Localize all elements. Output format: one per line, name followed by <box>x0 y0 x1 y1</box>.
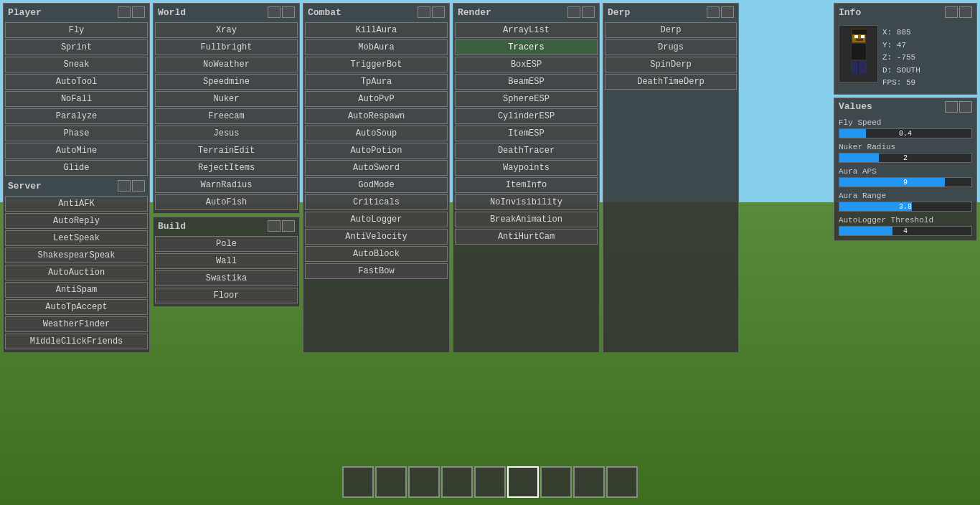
render-sphereesp-btn[interactable]: SphereESP <box>455 91 598 107</box>
player-glide-btn[interactable]: Glide <box>5 160 148 176</box>
combat-autologger-btn[interactable]: AutoLogger <box>305 212 448 227</box>
hotbar-slot-4[interactable] <box>441 466 473 498</box>
server-autotpaccept-btn[interactable]: AutoTpAccept <box>5 299 148 315</box>
combat-autorespawn-btn[interactable]: AutoRespawn <box>305 108 448 124</box>
world-autofish-btn[interactable]: AutoFish <box>155 194 298 210</box>
combat-triggerbot-btn[interactable]: TriggerBot <box>305 57 448 72</box>
combat-fastbow-btn[interactable]: FastBow <box>305 263 448 279</box>
render-deathtracer-btn[interactable]: DeathTracer <box>455 143 598 159</box>
combat-autosoup-btn[interactable]: AutoSoup <box>305 126 448 141</box>
render-cylinderesp-btn[interactable]: CylinderESP <box>455 108 598 124</box>
build-wall-btn[interactable]: Wall <box>155 253 298 269</box>
derp-derp-btn[interactable]: Derp <box>605 22 737 38</box>
combat-tpaura-btn[interactable]: TpAura <box>305 74 448 90</box>
hotbar-slot-6[interactable] <box>507 466 539 498</box>
server-shakespearspeak-btn[interactable]: ShakespearSpeak <box>5 247 148 263</box>
combat-antivelocity-btn[interactable]: AntiVelocity <box>305 229 448 245</box>
server-autoauction-btn[interactable]: AutoAuction <box>5 265 148 280</box>
combat-criticals-btn[interactable]: Criticals <box>305 194 448 210</box>
hotbar-slot-3[interactable] <box>408 466 440 498</box>
render-noinvisibility-btn[interactable]: NoInvisibility <box>455 194 598 210</box>
server-antiafk-btn[interactable]: AntiAFK <box>5 196 148 212</box>
world-warnradius-btn[interactable]: WarnRadius <box>155 177 298 193</box>
server-panel-btn1[interactable] <box>118 180 131 192</box>
server-leetspeak-btn[interactable]: LeetSpeak <box>5 230 148 246</box>
world-xray-btn[interactable]: Xray <box>155 22 298 38</box>
auraaps-slider[interactable]: 9 <box>839 177 972 187</box>
render-tracers-btn[interactable]: Tracers <box>455 39 598 55</box>
player-sneak-btn[interactable]: Sneak <box>5 57 148 72</box>
render-beamesp-btn[interactable]: BeamESP <box>455 74 598 90</box>
build-swastika-btn[interactable]: Swastika <box>155 270 298 286</box>
player-nofall-btn[interactable]: NoFall <box>5 91 148 107</box>
world-fullbright-btn[interactable]: Fullbright <box>155 39 298 55</box>
world-panel-title: World <box>158 7 186 18</box>
combat-mobaura-btn[interactable]: MobAura <box>305 39 448 55</box>
info-panel-btn1[interactable] <box>945 6 958 18</box>
info-panel-btn2[interactable] <box>959 6 972 18</box>
render-itemesp-btn[interactable]: ItemESP <box>455 126 598 141</box>
combat-panel-btn1[interactable] <box>418 6 430 18</box>
hotbar-slot-2[interactable] <box>375 466 407 498</box>
server-antispam-btn[interactable]: AntiSpam <box>5 282 148 298</box>
combat-panel-btn2[interactable] <box>432 6 445 18</box>
combat-autosword-btn[interactable]: AutoSword <box>305 160 448 176</box>
hotbar-slot-9[interactable] <box>606 466 638 498</box>
hotbar-slot-5[interactable] <box>474 466 506 498</box>
render-breakanimation-btn[interactable]: BreakAnimation <box>455 212 598 227</box>
render-iteminfo-btn[interactable]: ItemInfo <box>455 177 598 193</box>
derp-spinderp-btn[interactable]: SpinDerp <box>605 57 737 72</box>
world-jesus-btn[interactable]: Jesus <box>155 126 298 141</box>
player-autotool-btn[interactable]: AutoTool <box>5 74 148 90</box>
build-panel-btn2[interactable] <box>282 220 295 232</box>
world-speedmine-btn[interactable]: Speedmine <box>155 74 298 90</box>
values-panel-btn2[interactable] <box>959 101 972 113</box>
hotbar-slot-8[interactable] <box>573 466 605 498</box>
flyspeed-slider[interactable]: 0.4 <box>839 128 972 138</box>
world-noweather-btn[interactable]: NoWeather <box>155 57 298 72</box>
combat-autopvp-btn[interactable]: AutoPvP <box>305 91 448 107</box>
combat-autopotion-btn[interactable]: AutoPotion <box>305 143 448 159</box>
world-freecam-btn[interactable]: Freecam <box>155 108 298 124</box>
server-middleclickfriends-btn[interactable]: MiddleClickFriends <box>5 334 148 349</box>
values-panel-btn1[interactable] <box>945 101 958 113</box>
world-panel-btn1[interactable] <box>268 6 281 18</box>
values-panel-title: Values <box>839 101 872 112</box>
render-boxesp-btn[interactable]: BoxESP <box>455 57 598 72</box>
server-weatherfinder-btn[interactable]: WeatherFinder <box>5 316 148 332</box>
player-automine-btn[interactable]: AutoMine <box>5 143 148 159</box>
render-panel-btn2[interactable] <box>582 6 595 18</box>
build-pole-btn[interactable]: Pole <box>155 236 298 252</box>
hotbar-slot-7[interactable] <box>540 466 572 498</box>
player-panel-btn2[interactable] <box>132 6 145 18</box>
render-antihurtcam-btn[interactable]: AntiHurtCam <box>455 229 598 245</box>
nukerradius-slider[interactable]: 2 <box>839 153 972 163</box>
server-autoreply-btn[interactable]: AutoReply <box>5 213 148 229</box>
player-phase-btn[interactable]: Phase <box>5 126 148 141</box>
render-waypoints-btn[interactable]: Waypoints <box>455 160 598 176</box>
world-terrainedit-btn[interactable]: TerrainEdit <box>155 143 298 159</box>
render-panel-btn1[interactable] <box>567 6 580 18</box>
derp-drugs-btn[interactable]: Drugs <box>605 39 737 55</box>
build-panel-btn1[interactable] <box>268 220 281 232</box>
combat-autoblock-btn[interactable]: AutoBlock <box>305 246 448 262</box>
player-fly-btn[interactable]: Fly <box>5 22 148 38</box>
hotbar-slot-1[interactable] <box>342 466 374 498</box>
world-nuker-btn[interactable]: Nuker <box>155 91 298 107</box>
derp-panel-btn1[interactable] <box>707 6 720 18</box>
combat-godmode-btn[interactable]: GodMode <box>305 177 448 193</box>
player-sprint-btn[interactable]: Sprint <box>5 39 148 55</box>
derp-panel-btn2[interactable] <box>721 6 734 18</box>
aurarange-slider[interactable]: 3.8 <box>839 202 972 212</box>
world-panel-btn2[interactable] <box>282 6 295 18</box>
autologger-slider[interactable]: 4 <box>839 226 972 236</box>
derp-deathtimedep-btn[interactable]: DeathTimeDerp <box>605 74 737 90</box>
player-paralyze-btn[interactable]: Paralyze <box>5 108 148 124</box>
player-panel-title: Player <box>8 7 42 18</box>
server-panel-btn2[interactable] <box>132 180 145 192</box>
world-rejectitems-btn[interactable]: RejectItems <box>155 160 298 176</box>
render-arraylist-btn[interactable]: ArrayList <box>455 22 598 38</box>
player-panel-btn1[interactable] <box>118 6 131 18</box>
build-floor-btn[interactable]: Floor <box>155 288 298 303</box>
combat-killaura-btn[interactable]: KillAura <box>305 22 448 38</box>
